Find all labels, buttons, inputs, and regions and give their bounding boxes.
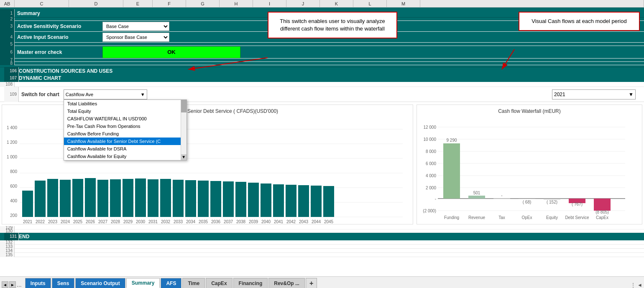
svg-text:2044: 2044	[312, 219, 321, 224]
svg-text:2040: 2040	[261, 219, 271, 224]
col-h: H	[220, 0, 253, 7]
ok-button[interactable]: OK	[102, 46, 240, 58]
column-header-row: AB C D E F G H I J K L M	[0, 0, 644, 8]
tab-nav-left[interactable]: ◄	[2, 281, 8, 288]
col-m: M	[387, 0, 420, 7]
tab-scroll-dots[interactable]: ⋮	[631, 282, 636, 288]
svg-text:2026: 2026	[86, 219, 95, 224]
svg-text:2037: 2037	[224, 219, 233, 224]
tab-afs[interactable]: AFS	[161, 278, 181, 288]
year-dropdown-container[interactable]: 2021 ▼	[552, 89, 636, 99]
svg-text:2025: 2025	[73, 219, 83, 224]
year-dropdown-value: 2021	[554, 92, 629, 97]
svg-rect-40	[298, 185, 309, 217]
svg-text:Equity: Equity	[546, 215, 558, 220]
menu-item-cfads-equity[interactable]: Cashflow Available for Equity	[64, 153, 187, 160]
svg-rect-41	[311, 186, 322, 217]
tab-revop[interactable]: Rev&Op ...	[268, 278, 305, 288]
tab-capex[interactable]: CapEx	[206, 278, 232, 288]
svg-text:2027: 2027	[98, 219, 108, 224]
dynamic-chart-header: 107 DYNAMIC CHART	[0, 74, 644, 82]
tab-inputs[interactable]: Inputs	[25, 278, 51, 288]
tab-dots[interactable]: ...	[17, 281, 22, 288]
switch-label: Switch for chart	[21, 92, 59, 97]
svg-text:6 000: 6 000	[426, 161, 436, 166]
sensitivity-dropdown[interactable]: Base Case	[102, 22, 169, 31]
bar-tax	[493, 198, 510, 199]
input-scenario-label: Active Input Scenario	[15, 34, 98, 40]
svg-text:Tax: Tax	[498, 215, 505, 220]
sensitivity-label: Active Sensitivity Scenario	[15, 23, 98, 29]
svg-rect-21	[60, 180, 71, 217]
svg-text:2034: 2034	[186, 219, 196, 224]
col-e: E	[123, 0, 153, 7]
svg-text:2032: 2032	[161, 219, 171, 224]
year-dropdown-arrow-icon: ▼	[629, 92, 634, 97]
menu-item-cfads-dsra[interactable]: Cashflow Available for DSRA	[64, 145, 187, 153]
svg-rect-27	[135, 178, 146, 217]
svg-text:9 290: 9 290	[446, 138, 457, 143]
svg-rect-28	[148, 179, 158, 217]
tab-financing[interactable]: Financing	[233, 278, 268, 288]
annotation-box-left: This switch enables user to visually ana…	[268, 12, 397, 38]
tab-scroll-controls[interactable]: ⋮ ◄	[631, 282, 642, 288]
tab-plus[interactable]: +	[306, 278, 317, 288]
chart-dropdown-container[interactable]: Cashflow Ave ▼ Total Liabilities Total E…	[64, 89, 147, 99]
bar-revenue	[468, 196, 485, 199]
year-dropdown-display[interactable]: 2021 ▼	[552, 89, 636, 99]
chart-dropdown-display[interactable]: Cashflow Ave ▼	[64, 89, 147, 99]
svg-text:2033: 2033	[174, 219, 183, 224]
tab-scroll-right-icon[interactable]: ◄	[637, 282, 642, 288]
svg-text:2043: 2043	[299, 219, 309, 224]
col-k: K	[320, 0, 353, 7]
svg-text:2039: 2039	[249, 219, 258, 224]
tab-sens[interactable]: Sens	[52, 278, 75, 288]
bar-equity	[544, 199, 560, 199]
svg-text:12 000: 12 000	[423, 125, 436, 130]
input-scenario-dropdown[interactable]: Sponsor Base Case	[102, 33, 169, 42]
svg-rect-32	[198, 181, 209, 217]
svg-text:2042: 2042	[286, 219, 296, 224]
menu-item-total-equity[interactable]: Total Equity	[64, 107, 187, 115]
svg-text:2 000: 2 000	[426, 186, 436, 190]
teal-header-section: 1 Summary 2 3 Active Sensitivity Scenari…	[0, 8, 644, 67]
svg-text:2030: 2030	[136, 219, 146, 224]
svg-text:4 000: 4 000	[426, 173, 436, 178]
right-chart-title: Cash flow Waterfall (mEUR)	[420, 108, 639, 114]
menu-item-pretax-cashflow[interactable]: Pre-Tax Cash Flow from Operations	[64, 122, 187, 130]
tab-nav-right[interactable]: ►	[9, 281, 16, 288]
menu-item-cashflow-before-funding[interactable]: Cashflow Before Funding	[64, 130, 187, 138]
col-g: G	[186, 0, 220, 7]
svg-text:( 152): ( 152)	[547, 200, 557, 204]
menu-item-cashflow-waterfall[interactable]: CASHFLOW WATERFALL IN USD'000	[64, 115, 187, 122]
svg-rect-19	[35, 181, 46, 217]
svg-text:2022: 2022	[36, 219, 45, 224]
tab-summary[interactable]: Summary	[126, 278, 160, 288]
svg-rect-20	[47, 179, 58, 217]
svg-text:2036: 2036	[211, 219, 221, 224]
menu-item-cfads[interactable]: Cashflow Available for Senior Debt Servi…	[64, 138, 187, 145]
svg-rect-42	[323, 186, 334, 217]
svg-text:( 68): ( 68)	[523, 200, 532, 204]
dropdown-scrollbar[interactable]: ▼	[181, 100, 187, 160]
right-chart: Cash flow Waterfall (mEUR) 12 000 10	[417, 104, 642, 224]
tab-time[interactable]: Time	[182, 278, 205, 288]
menu-item-total-liabilities[interactable]: Total Liabilities	[64, 100, 187, 107]
summary-title: Summary	[15, 10, 40, 16]
svg-text:1 200: 1 200	[7, 140, 17, 145]
svg-text:400: 400	[10, 199, 17, 203]
tab-scenario-output[interactable]: Scenario Output	[75, 278, 125, 288]
svg-rect-39	[286, 185, 296, 217]
master-error-label: Master error check	[15, 49, 98, 55]
svg-text:2029: 2029	[123, 219, 133, 224]
svg-text:CapEx: CapEx	[596, 215, 608, 220]
svg-text:(8 805): (8 805)	[595, 210, 609, 214]
tab-nav[interactable]: ◄ ► ...	[2, 281, 23, 288]
svg-rect-36	[248, 183, 259, 217]
svg-text:10 000: 10 000	[423, 137, 436, 142]
svg-rect-38	[273, 184, 284, 217]
svg-rect-25	[110, 179, 121, 217]
svg-text:2035: 2035	[199, 219, 208, 224]
chart-dropdown-menu[interactable]: Total Liabilities Total Equity CASHFLOW …	[64, 99, 187, 161]
dropdown-arrow-icon: ▼	[141, 92, 145, 97]
